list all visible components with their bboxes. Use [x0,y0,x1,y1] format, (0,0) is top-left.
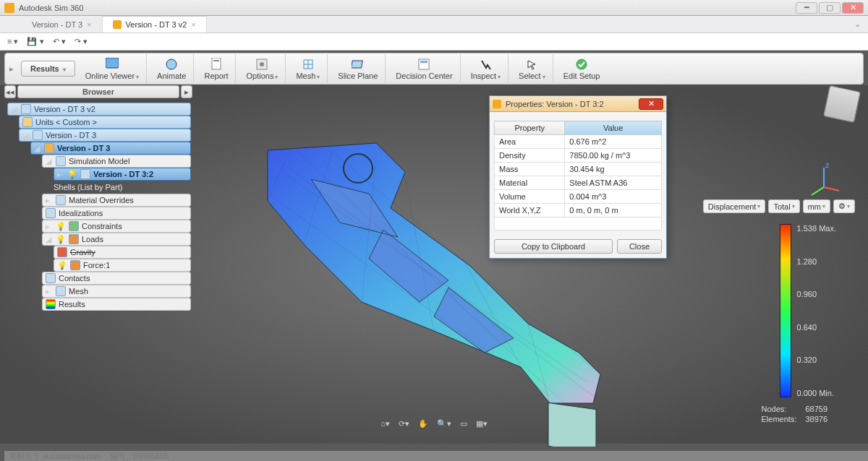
results-dropdown[interactable]: Results ▾ [21,61,75,77]
table-row: MaterialSteel ASTM A36 [495,176,662,190]
collapse-left-icon[interactable]: ◂◂ [4,85,16,98]
table-row: Mass30.454 kg [495,163,662,176]
table-row: Density7850.00 kg / m^3 [495,149,662,163]
close-button[interactable]: Close [617,239,662,254]
dialog-titlebar[interactable]: Properties: Version - DT 3:2 ✕ [490,96,666,112]
close-tab-icon[interactable]: × [191,20,195,29]
navigation-bar: ⌂▾ ⟳▾ ✋ 🔍▾ ▭ ▦▾ [0,419,868,434]
tree-mesh[interactable]: ▸Mesh [42,285,191,298]
slice-plane-button[interactable]: Slice Plane [331,54,386,83]
file-icon [493,100,501,108]
tree-instance-selected[interactable]: ▸💡Version - DT 3:2 [54,168,191,181]
expand-right-icon[interactable]: ▸ [181,85,192,98]
window-close-button[interactable]: ✕ [842,2,864,14]
result-type-toolbar: Displacement ▾ Total ▾ mm ▾ ⚙ ▾ [703,199,855,213]
tree-results[interactable]: Results [42,298,191,311]
units-dropdown[interactable]: mm ▾ [803,199,830,213]
edit-setup-button[interactable]: Edit Setup [556,54,608,83]
tree-idealizations[interactable]: Idealizations [42,207,191,220]
menu-icon[interactable]: ≡ ▾ [7,37,18,46]
orbit-icon[interactable]: ⟳▾ [399,419,409,434]
svg-point-5 [260,62,264,66]
home-icon[interactable]: ⌂▾ [380,419,390,434]
undo-icon[interactable]: ↶ ▾ [53,37,66,46]
online-viewer-button[interactable]: Online Viewer▾ [78,54,147,83]
tree-part-selected[interactable]: ◢Version - DT 3 [30,142,191,155]
settings-gear-icon[interactable]: ⚙ ▾ [833,199,855,213]
ribbon-expand-icon[interactable]: ▸ [9,64,14,74]
tree-force[interactable]: 💡Force:1 [54,259,191,272]
chevron-down-icon[interactable]: ⌄ [847,16,868,33]
mesh-button[interactable]: Mesh▾ [289,54,328,83]
close-tab-icon[interactable]: × [87,20,91,29]
grid-icon[interactable]: ▦▾ [476,419,488,434]
svg-rect-8 [420,61,427,63]
tree-contacts[interactable]: Contacts [42,272,191,285]
svg-text:z: z [825,162,830,169]
legend-gradient [780,224,791,397]
inspect-button[interactable]: Inspect▾ [464,54,509,83]
animate-button[interactable]: Animate [150,54,194,83]
svg-rect-6 [352,61,362,68]
legend-tick: 0.960 [797,290,836,298]
maximize-button[interactable]: ▢ [819,2,841,14]
doc-tab-active[interactable]: Version - DT 3 v2 × [103,16,207,33]
tree-material-overrides[interactable]: ▸Material Overrides [42,194,191,207]
table-row: Volume0.004 m^3 [495,190,662,204]
browser-header: Browser [17,85,179,98]
save-icon[interactable]: 💾 ▾ [27,37,43,46]
copy-to-clipboard-button[interactable]: Copy to Clipboard [494,239,613,254]
legend-tick: 0.000 Min. [797,389,836,397]
svg-point-1 [166,59,176,69]
view-cube[interactable] [823,85,861,123]
window-titlebar: Autodesk Sim 360 ━ ▢ ✕ [0,0,868,16]
tree-shells[interactable]: Shells (List by Part) [54,181,191,194]
table-row: World X,Y,Z0 m, 0 m, 0 m [495,204,662,217]
quick-access-toolbar: ≡ ▾ 💾 ▾ ↶ ▾ ↷ ▾ [0,33,868,51]
color-legend: 1.538 Max. 1.280 0.960 0.640 0.320 0.000… [780,224,836,397]
pan-icon[interactable]: ✋ [418,419,428,434]
dialog-close-button[interactable]: ✕ [639,98,663,110]
svg-rect-0 [106,58,119,68]
file-icon [113,20,122,29]
dialog-title: Properties: Version - DT 3:2 [506,100,604,108]
svg-line-13 [824,187,839,191]
options-button[interactable]: Options▾ [239,54,286,83]
app-title: Autodesk Sim 360 [19,4,796,12]
document-tabs: Version - DT 3 × Version - DT 3 v2 × ⌄ [0,16,868,33]
svg-rect-2 [212,58,221,69]
tree-constraints[interactable]: ▸💡Constraints [42,220,191,233]
svg-line-14 [812,187,824,195]
report-button[interactable]: Report [197,54,236,83]
tree-root[interactable]: ◢Version - DT 3 v2 [7,103,191,116]
redo-icon[interactable]: ↷ ▾ [75,37,88,46]
tree-gravity[interactable]: Gravity [54,246,191,259]
tree-units[interactable]: Units < Custom > [19,116,191,129]
col-value[interactable]: Value [565,121,662,135]
col-property[interactable]: Property [495,121,565,135]
doc-tab-inactive[interactable]: Version - DT 3 × [22,16,103,33]
axis-gizmo[interactable]: z [806,162,842,198]
properties-table: PropertyValue Area0.676 m^2 Density7850.… [494,121,662,231]
legend-tick: 0.640 [797,323,836,332]
legend-tick: 1.538 Max. [797,224,836,233]
tree-loads[interactable]: ◢💡Loads [42,233,191,246]
decision-center-button[interactable]: Decision Center [388,54,460,83]
watermark: 素材天下 sucaitianxia.com 编号：09985605 [4,451,868,461]
result-quantity-dropdown[interactable]: Displacement ▾ [703,199,766,213]
legend-tick: 0.320 [797,356,836,364]
viewport[interactable]: ◂◂ Browser ▸ ◢Version - DT 3 v2 Units < … [0,85,868,444]
svg-point-9 [576,59,587,69]
browser-panel: ◂◂ Browser ▸ ◢Version - DT 3 v2 Units < … [4,85,192,316]
minimize-button[interactable]: ━ [796,2,817,14]
select-button[interactable]: Select▾ [511,54,553,83]
properties-dialog: Properties: Version - DT 3:2 ✕ PropertyV… [489,95,667,259]
tree-simulation-model[interactable]: ◢Simulation Model [42,155,191,168]
ribbon-toolbar: ▸ Results ▾ Online Viewer▾ Animate Repor… [4,53,864,85]
fit-icon[interactable]: ▭ [460,419,467,434]
svg-rect-3 [213,60,219,61]
result-component-dropdown[interactable]: Total ▾ [768,199,799,213]
tree-part[interactable]: ◢Version - DT 3 [19,129,191,142]
legend-tick: 1.280 [797,257,836,266]
zoom-icon[interactable]: 🔍▾ [437,419,451,434]
